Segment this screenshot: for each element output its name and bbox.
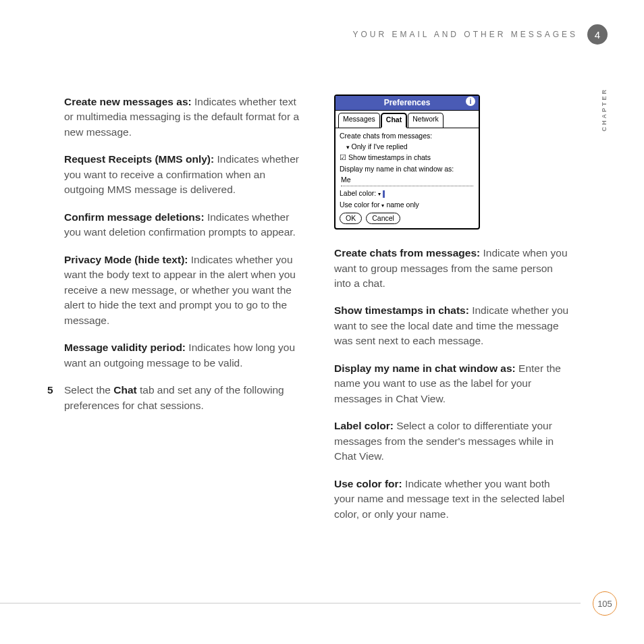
- tabs-row: Messages Chat Network: [336, 111, 479, 128]
- use-color-label: Use color for: [340, 200, 380, 209]
- para-use-color-for: Use color for: Indicate whether you want…: [334, 477, 570, 522]
- display-name-field: Me: [341, 175, 473, 186]
- tab-chat: Chat: [381, 113, 407, 128]
- para-display-name: Display my name in chat window as: Enter…: [334, 361, 570, 406]
- bold-label: Show timestamps in chats:: [334, 304, 469, 316]
- bold-label: Privacy Mode (hide text):: [64, 254, 188, 265]
- info-icon: i: [466, 97, 475, 106]
- create-chats-label: Create chats from messages:: [340, 131, 475, 141]
- chevron-down-icon: ▾: [381, 203, 384, 209]
- dialog-title: Preferences: [384, 98, 431, 107]
- color-swatch: [383, 190, 385, 198]
- footer-rule: [0, 603, 581, 603]
- label-color-text: Label color:: [340, 189, 376, 197]
- ok-button: OK: [340, 213, 362, 224]
- create-chats-dropdown: Only if I've replied: [340, 142, 475, 152]
- page-number: 105: [593, 591, 617, 616]
- display-name-label: Display my name in chat window as:: [340, 164, 475, 174]
- right-column: Preferences i Messages Chat Network Crea…: [334, 95, 570, 534]
- para-label-color: Label color: Select a color to different…: [334, 419, 570, 464]
- use-color-value: name only: [386, 200, 419, 209]
- dialog-buttons: OK Cancel: [340, 213, 475, 224]
- preferences-screenshot: Preferences i Messages Chat Network Crea…: [334, 95, 480, 230]
- step-5: 5 Select the Chat tab and set any of the…: [64, 383, 300, 413]
- bold-label: Use color for:: [334, 478, 402, 489]
- body-content: Create new messages as: Indicates whethe…: [64, 95, 591, 534]
- para-privacy-mode: Privacy Mode (hide text): Indicates whet…: [64, 252, 300, 328]
- chapter-number-badge: 4: [587, 24, 608, 45]
- para-validity-period: Message validity period: Indicates how l…: [64, 340, 300, 371]
- header-title: YOUR EMAIL AND OTHER MESSAGES: [352, 30, 578, 39]
- bold-label: Request Receipts (MMS only):: [64, 153, 214, 165]
- cancel-button: Cancel: [366, 213, 400, 224]
- tab-network: Network: [408, 113, 444, 127]
- use-color-for-row: Use color for ▾ name only: [340, 200, 475, 210]
- tab-messages: Messages: [338, 113, 380, 127]
- bold-label: Confirm message deletions:: [64, 211, 205, 223]
- chevron-down-icon: ▾: [378, 191, 381, 197]
- bold-label: Label color:: [334, 420, 394, 431]
- show-timestamps-checkbox: Show timestamps in chats: [340, 153, 475, 163]
- para-show-timestamps: Show timestamps in chats: Indicate wheth…: [334, 303, 570, 348]
- para-confirm-deletions: Confirm message deletions: Indicates whe…: [64, 210, 300, 240]
- bold-label: Create new messages as:: [64, 96, 192, 107]
- para-create-chats: Create chats from messages: Indicate whe…: [334, 246, 570, 291]
- step-number: 5: [47, 383, 53, 398]
- bold-label: Display my name in chat window as:: [334, 363, 516, 374]
- dialog-title-bar: Preferences i: [336, 96, 479, 111]
- step-bold: Chat: [113, 384, 136, 396]
- para-create-new: Create new messages as: Indicates whethe…: [64, 95, 300, 140]
- label-color-row: Label color: ▾: [340, 188, 475, 198]
- dialog-body: Create chats from messages: Only if I've…: [336, 128, 479, 228]
- bold-label: Create chats from messages:: [334, 247, 480, 259]
- page-header: YOUR EMAIL AND OTHER MESSAGES 4: [352, 24, 608, 45]
- bold-label: Message validity period:: [64, 342, 186, 353]
- para-request-receipts: Request Receipts (MMS only): Indicates w…: [64, 152, 300, 197]
- left-column: Create new messages as: Indicates whethe…: [64, 95, 300, 534]
- step-text-pre: Select the: [64, 384, 113, 396]
- chapter-side-label: CHAPTER: [601, 88, 608, 132]
